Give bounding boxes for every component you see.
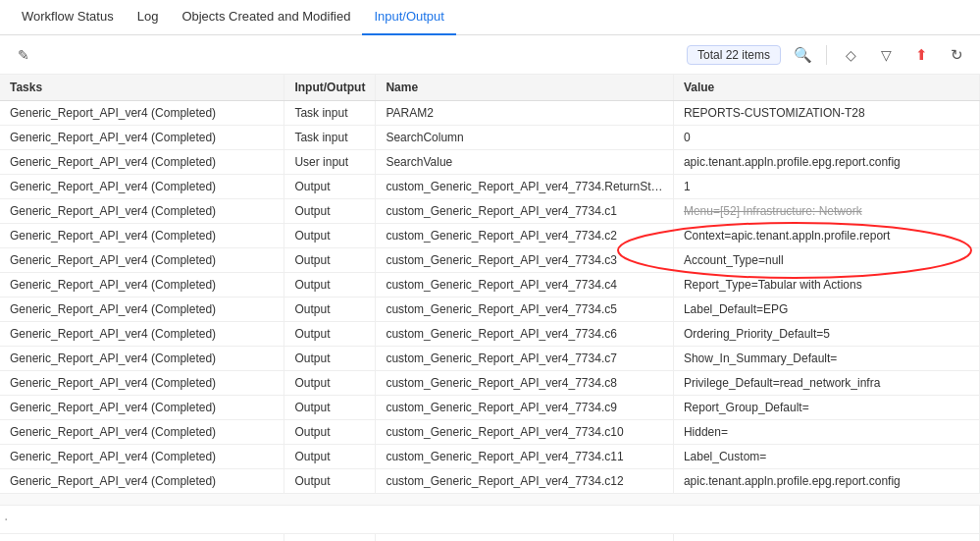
cell-task: Generic_Report_API_ver4 (Completed) [0,420,284,445]
cell-value: Hidden= [673,420,979,445]
cell-io: Task input [284,101,376,126]
data-table: Tasks Input/Output Name Value Generic_Re… [0,75,980,541]
cell-io: Output [284,273,376,298]
edit-button[interactable]: ✎ [10,41,37,69]
cell-task: Generic_Report_API_ver4 (Completed) [0,248,284,273]
col-header-io: Input/Output [284,75,376,101]
table-wrapper: Tasks Input/Output Name Value Generic_Re… [0,75,980,541]
cell-name: custom_Generic_Report_API_ver4_7734.c1 [376,199,674,224]
cell-io: User input [284,150,376,175]
cell-task: Generic_Report_API_ver4 (Completed) [0,150,284,175]
table-row[interactable]: Generic_Report_API_ver4 (Completed)Outpu… [0,199,980,224]
cell-name: custom_Generic_Report_API_ver4_7734.c2 [376,224,674,248]
col-header-value: Value [673,75,979,101]
section-gap-row [0,494,980,506]
nav-item-log[interactable]: Log [126,0,171,35]
refresh-button[interactable]: ↻ [943,41,970,69]
cell-io: Output [284,199,376,224]
cell-value: Account_Type=null [673,248,979,273]
cell-io: Output [284,224,376,248]
table-row[interactable]: Generic_Report_API_ver4 (Completed)Outpu… [0,469,980,494]
cell-value: APIC Report [673,534,979,542]
cell-name: PARAM2 [376,101,674,126]
nav-item-objects-created-and-modified[interactable]: Objects Created and Modified [170,0,362,35]
cell-value: Context=apic.tenant.appln.profile.report [673,224,979,248]
table-row[interactable]: Generic_Report_API_ver4 (Completed)Outpu… [0,322,980,347]
table-row[interactable]: Execute Cloupia Script (APIC Report) (Co… [0,534,980,542]
table-body: Generic_Report_API_ver4 (Completed)Task … [0,101,980,542]
export-button[interactable]: ⬆ [907,41,935,69]
cell-name: custom_Generic_Report_API_ver4_7734.c8 [376,371,674,396]
cell-name: custom_Generic_Report_API_ver4_7734.c9 [376,396,674,420]
filter-button[interactable]: ▽ [872,41,900,69]
table-container[interactable]: Tasks Input/Output Name Value Generic_Re… [0,75,980,541]
cell-task: Generic_Report_API_ver4 (Completed) [0,322,284,347]
toolbar-right: Total 22 items 🔍 ◇ ▽ ⬆ ↻ [687,41,970,69]
cell-value: apic.tenant.appln.profile.epg.report.con… [673,150,979,175]
cell-name: custom_Generic_Report_API_ver4_7734.c7 [376,347,674,371]
cell-io: Output [284,347,376,371]
cell-name: custom_Generic_Report_API_ver4_7734.c4 [376,273,674,298]
total-count-badge: Total 22 items [687,45,781,65]
cell-name: custom_Generic_Report_API_ver4_7734.c10 [376,420,674,445]
cell-task: Generic_Report_API_ver4 (Completed) [0,101,284,126]
diamond-icon-button[interactable]: ◇ [837,41,864,69]
cell-name: custom_Generic_Report_API_ver4_7734.c12 [376,469,674,494]
table-row[interactable]: Generic_Report_API_ver4 (Completed)Outpu… [0,420,980,445]
cell-value: Label_Default=EPG [673,298,979,322]
cell-io: Output [284,322,376,347]
cell-value: 1 [673,175,979,199]
cell-task: Generic_Report_API_ver4 (Completed) [0,175,284,199]
cell-io: Output [284,420,376,445]
cell-io: Output [284,469,376,494]
toolbar-divider [826,45,827,65]
cell-task: Generic_Report_API_ver4 (Completed) [0,469,284,494]
table-row[interactable]: Generic_Report_API_ver4 (Completed)Outpu… [0,175,980,199]
table-row[interactable]: Generic_Report_API_ver4 (Completed)Task … [0,101,980,126]
cell-value: Menu=[52] Infrastructure: Network [673,199,979,224]
table-header-row: Tasks Input/Output Name Value [0,75,980,101]
cell-task: Generic_Report_API_ver4 (Completed) [0,126,284,150]
cell-io: Output [284,248,376,273]
table-row[interactable]: Generic_Report_API_ver4 (Completed)Outpu… [0,248,980,273]
nav-item-input/output[interactable]: Input/Output [362,0,456,35]
cell-value: apic.tenant.appln.profile.epg.report.con… [673,469,979,494]
cell-value: REPORTS-CUSTOMIZATION-T28 [673,101,979,126]
cell-value: Label_Custom= [673,445,979,469]
col-header-name: Name [376,75,674,101]
cell-value: 0 [673,126,979,150]
cell-value: Ordering_Priority_Default=5 [673,322,979,347]
table-row[interactable]: Generic_Report_API_ver4 (Completed)Outpu… [0,445,980,469]
cell-task: Generic_Report_API_ver4 (Completed) [0,445,284,469]
cell-task: Generic_Report_API_ver4 (Completed) [0,298,284,322]
cell-name: SearchValue [376,150,674,175]
table-row[interactable]: Generic_Report_API_ver4 (Completed)User … [0,150,980,175]
table-row[interactable]: Generic_Report_API_ver4 (Completed)Outpu… [0,298,980,322]
search-button[interactable]: 🔍 [789,41,816,69]
cell-value: Report_Group_Default= [673,396,979,420]
table-row[interactable]: Generic_Report_API_ver4 (Completed)Outpu… [0,396,980,420]
cell-task: Generic_Report_API_ver4 (Completed) [0,273,284,298]
table-row[interactable]: Generic_Report_API_ver4 (Completed)Outpu… [0,224,980,248]
table-row[interactable]: Generic_Report_API_ver4 (Completed)Outpu… [0,273,980,298]
cell-value: Privilege_Default=read_network_infra [673,371,979,396]
table-row[interactable]: Generic_Report_API_ver4 (Completed)Outpu… [0,371,980,396]
cell-value: Show_In_Summary_Default= [673,347,979,371]
cell-name: SearchColumn [376,126,674,150]
col-header-tasks: Tasks [0,75,284,101]
cell-io: Output [284,175,376,199]
table-row[interactable]: Generic_Report_API_ver4 (Completed)Outpu… [0,347,980,371]
cell-io: Output [284,371,376,396]
cell-name: custom_Generic_Report_API_ver4_7734.c5 [376,298,674,322]
cell-name: custom_Generic_Report_API_ver4_7734.c11 [376,445,674,469]
nav-item-workflow-status[interactable]: Workflow Status [10,0,126,35]
cell-task: Generic_Report_API_ver4 (Completed) [0,199,284,224]
cell-name: label [376,534,674,542]
toolbar-left: ✎ [10,41,687,69]
cell-io: Output [284,298,376,322]
cell-name: custom_Generic_Report_API_ver4_7734.Retu… [376,175,674,199]
cell-task: Execute Cloupia Script (APIC Report) (Co… [0,534,284,542]
table-row[interactable]: Generic_Report_API_ver4 (Completed)Task … [0,126,980,150]
cell-task: Generic_Report_API_ver4 (Completed) [0,347,284,371]
toolbar: ✎ Total 22 items 🔍 ◇ ▽ ⬆ ↻ [0,35,980,75]
